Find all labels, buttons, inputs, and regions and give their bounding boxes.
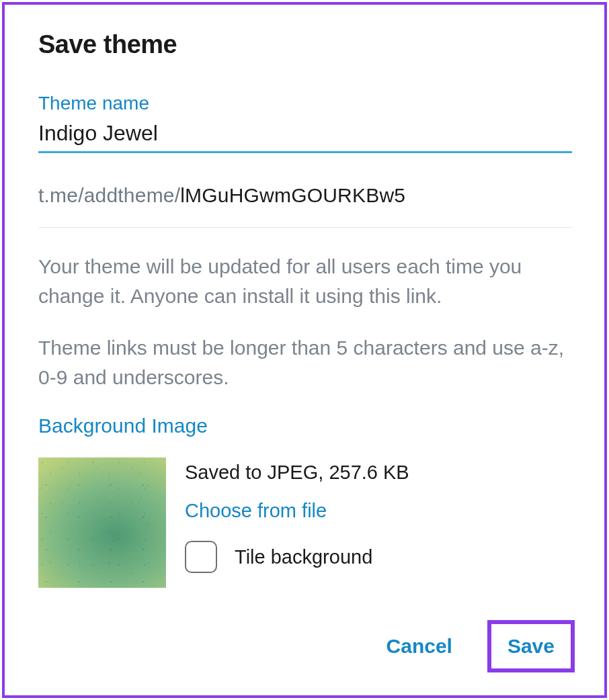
theme-name-field: Theme name: [38, 93, 572, 153]
theme-name-label: Theme name: [38, 93, 572, 114]
cancel-button[interactable]: Cancel: [378, 623, 460, 670]
theme-description-1: Your theme will be updated for all users…: [38, 252, 572, 310]
theme-link-row: t.me/addtheme/lMGuHGwmGOURKBw5: [38, 184, 572, 228]
tile-background-row: Tile background: [185, 541, 572, 573]
save-theme-dialog: Save theme Theme name t.me/addtheme/lMGu…: [2, 2, 607, 698]
background-thumbnail[interactable]: [38, 457, 166, 588]
background-section: Saved to JPEG, 257.6 KB Choose from file…: [38, 457, 572, 588]
background-info: Saved to JPEG, 257.6 KB Choose from file…: [185, 457, 572, 573]
save-button-highlight: Save: [487, 620, 575, 672]
background-image-label: Background Image: [38, 414, 572, 437]
choose-from-file-link[interactable]: Choose from file: [185, 500, 327, 522]
theme-description-2: Theme links must be longer than 5 charac…: [38, 333, 572, 392]
tile-background-label: Tile background: [235, 546, 372, 568]
theme-link-slug[interactable]: lMGuHGwmGOURKBw5: [180, 184, 405, 206]
theme-link-prefix: t.me/addtheme/: [38, 184, 180, 206]
tile-background-checkbox[interactable]: [185, 541, 217, 573]
dialog-button-row: Cancel Save: [378, 620, 575, 672]
background-status: Saved to JPEG, 257.6 KB: [185, 462, 572, 484]
save-button[interactable]: Save: [493, 625, 569, 667]
theme-name-input-wrapper: [38, 121, 572, 153]
theme-name-input[interactable]: [38, 121, 572, 146]
dialog-title: Save theme: [38, 30, 572, 59]
